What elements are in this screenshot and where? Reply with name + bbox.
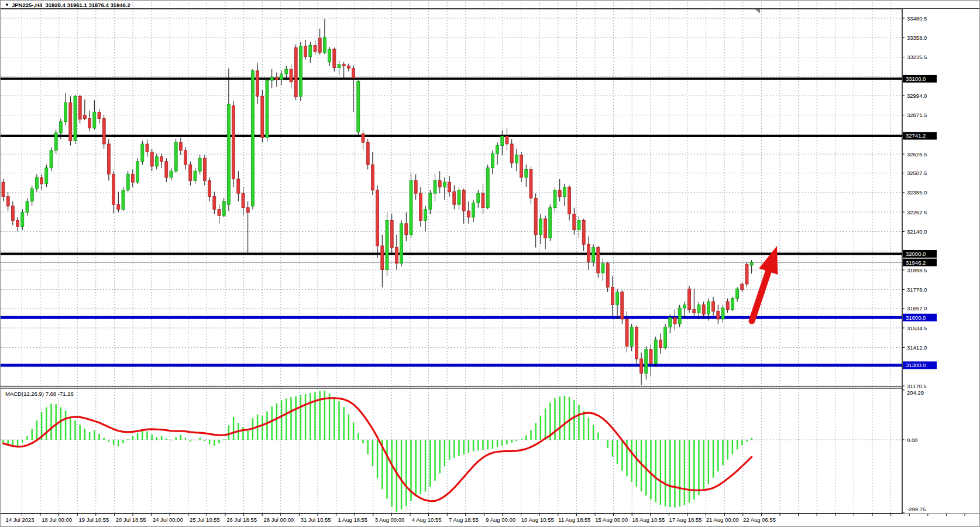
bear-candle	[218, 209, 221, 215]
axis-label: 15 Aug 00:00	[595, 516, 628, 523]
axis-label: 31657.0	[907, 305, 927, 312]
bull-candle	[616, 292, 619, 305]
axis-label: 17 Aug 18:55	[669, 516, 702, 523]
bull-candle	[30, 189, 33, 201]
bull-candle	[697, 304, 700, 313]
bull-candle	[645, 350, 648, 374]
bear-candle	[256, 71, 259, 96]
bear-candle	[275, 77, 278, 80]
bear-candle	[107, 144, 110, 174]
bear-candle	[506, 136, 508, 144]
bull-candle	[553, 190, 556, 208]
bull-candle	[592, 248, 595, 262]
bear-candle	[6, 197, 9, 206]
axis-label: 21 Aug 00:00	[706, 516, 739, 523]
bear-candle	[606, 264, 609, 288]
arrow-shaft	[752, 268, 769, 321]
axis-label: 22 Aug 06:55	[743, 516, 776, 523]
bear-candle	[98, 112, 101, 119]
bull-candle	[323, 37, 326, 53]
axis-label: 204.29	[907, 389, 924, 396]
macd-indicator-label: MACD(12,26,9) 7.68 -71.26	[5, 391, 74, 397]
bear-candle	[395, 248, 398, 264]
bull-candle	[491, 153, 494, 167]
axis-label: 33358.0	[907, 35, 927, 41]
bear-candle	[242, 193, 245, 207]
bear-candle	[78, 96, 81, 119]
bull-candle	[654, 340, 657, 364]
bull-candle	[669, 317, 672, 327]
bear-candle	[453, 191, 456, 204]
bull-candle	[270, 77, 273, 80]
bear-candle	[534, 198, 537, 235]
bear-candle	[640, 359, 643, 373]
axis-label: 19 Jul 10:55	[79, 516, 109, 523]
price-chart-canvas[interactable]: 33480.533358.033235.532994.032871.532626…	[1, 1, 980, 527]
bear-candle	[414, 180, 417, 193]
bear-candle	[529, 169, 532, 198]
axis-label: 24 Jul 00:00	[153, 516, 183, 523]
bear-candle	[333, 49, 336, 67]
trend-arrow-annotation[interactable]	[752, 246, 778, 321]
bear-candle	[673, 317, 676, 324]
bull-candle	[309, 45, 312, 56]
bear-candle	[482, 193, 484, 207]
axis-label: 31300.0	[906, 362, 926, 368]
bull-candle	[750, 262, 753, 265]
axis-label: 9 Aug 00:00	[486, 516, 515, 523]
bull-candle	[21, 213, 24, 227]
bear-candle	[112, 174, 115, 205]
bull-candle	[496, 146, 499, 154]
candlesticks	[2, 19, 753, 385]
bull-candle	[707, 302, 710, 314]
axis-label: 33480.5	[907, 15, 927, 22]
axis-label: 32385.0	[907, 189, 927, 196]
bear-candle	[702, 304, 705, 314]
bear-candle	[237, 179, 240, 193]
bear-candle	[342, 64, 345, 66]
bull-candle	[563, 187, 566, 196]
bull-candle	[251, 71, 254, 206]
arrow-head	[759, 246, 778, 275]
axis-label: 16 Aug 10:55	[632, 516, 665, 523]
bear-candle	[659, 340, 662, 348]
bull-candle	[266, 80, 269, 138]
axis-label: 28 Jul 00:00	[264, 516, 294, 523]
bear-candle	[314, 45, 317, 52]
axis-label: 33235.5	[907, 54, 927, 60]
bull-candle	[285, 69, 288, 74]
bull-candle	[45, 168, 48, 184]
axis-label: 32000.0	[906, 251, 926, 257]
horizontal-level-lines[interactable]	[1, 78, 902, 365]
bull-candle	[424, 209, 427, 220]
symbol-dropdown-icon[interactable]: ▼	[5, 2, 9, 8]
chart-window: 33480.533358.033235.532994.032871.532626…	[0, 0, 980, 527]
bear-candle	[352, 69, 355, 78]
bear-candle	[131, 174, 134, 183]
bear-candle	[146, 144, 149, 152]
bull-candle	[198, 158, 201, 171]
bear-candle	[568, 187, 571, 214]
bear-candle	[745, 264, 748, 284]
bear-candle	[467, 211, 470, 217]
axis-label: 31600.0	[906, 314, 926, 321]
axis-label: 31170.5	[907, 383, 927, 389]
axis-label: 32507.5	[907, 170, 927, 176]
bear-candle	[693, 310, 696, 313]
bear-candle	[83, 115, 86, 118]
bear-candle	[510, 144, 513, 163]
bear-candle	[11, 206, 14, 220]
date-axis[interactable]: 14 Jul 202318 Jul 00:0019 Jul 10:5520 Ju…	[1, 514, 980, 527]
bear-candle	[462, 190, 465, 211]
bear-candle	[717, 311, 720, 319]
bull-candle	[736, 289, 739, 298]
bull-candle	[122, 190, 125, 210]
bear-candle	[587, 244, 590, 262]
bull-candle	[486, 168, 489, 208]
bull-candle	[93, 112, 96, 128]
chart-shift-marker-icon[interactable]	[755, 9, 760, 13]
bear-candle	[362, 134, 365, 142]
macd-indicator	[4, 391, 752, 512]
bear-candle	[371, 165, 374, 190]
axis-label: 10 Aug 10:55	[521, 516, 554, 523]
